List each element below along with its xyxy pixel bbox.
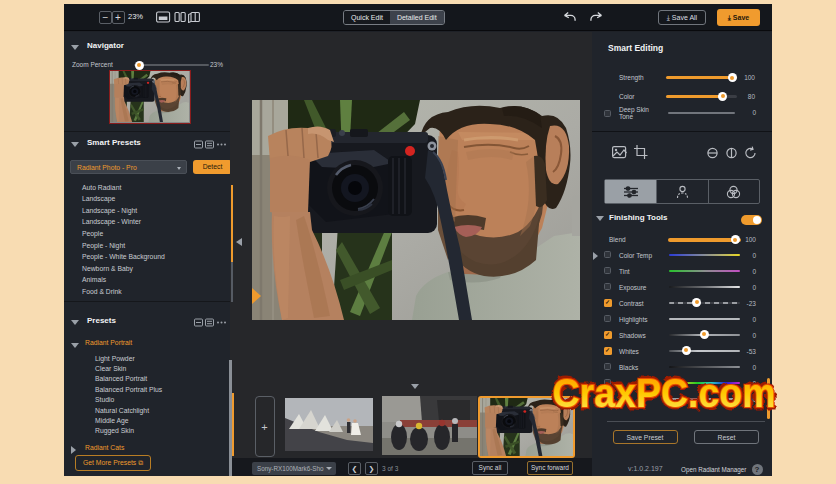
svg-text:CraxPC.com: CraxPC.com: [553, 371, 776, 415]
